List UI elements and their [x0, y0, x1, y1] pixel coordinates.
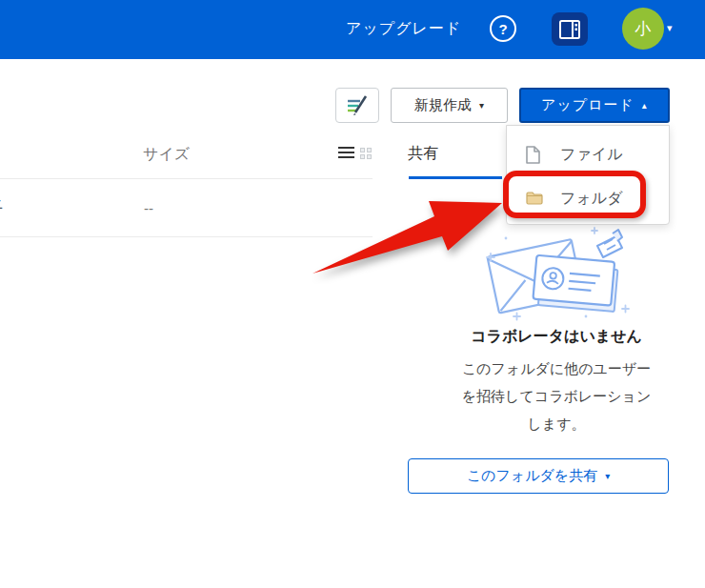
apps-panel-icon[interactable] — [552, 12, 588, 46]
file-icon — [526, 146, 545, 164]
collaborators-empty-text: このフォルダに他のユーザー を招待してコラボレーション します。 — [404, 355, 705, 437]
file-row-name-fragment: ニ — [0, 195, 6, 218]
avatar[interactable]: 小 — [622, 8, 664, 50]
list-view-icon[interactable] — [338, 147, 354, 160]
file-row-divider — [0, 236, 373, 237]
list-header-divider — [0, 178, 373, 179]
panel-glyph-icon — [558, 19, 581, 40]
annotation-highlight-box — [503, 171, 646, 218]
active-tab-underline — [409, 176, 502, 179]
menu-item-file[interactable]: ファイル — [507, 133, 669, 175]
account-caret-down-icon[interactable]: ▾ — [667, 22, 673, 34]
sign-button[interactable] — [335, 88, 379, 123]
share-folder-label: このフォルダを共有 — [467, 467, 597, 485]
caret-down-icon: ▾ — [605, 471, 610, 481]
caret-up-icon: ▴ — [642, 100, 648, 111]
share-folder-button[interactable]: このフォルダを共有 ▾ — [408, 458, 669, 494]
caret-down-icon: ▾ — [479, 100, 484, 111]
sign-icon — [345, 94, 370, 117]
file-row-size: -- — [144, 200, 153, 216]
grid-view-icon[interactable] — [360, 148, 373, 160]
tab-share[interactable]: 共有 — [408, 144, 438, 164]
size-column-header: サイズ — [143, 145, 190, 165]
help-icon[interactable]: ? — [490, 15, 516, 42]
new-create-label: 新規作成 — [414, 96, 472, 114]
page: アップグレード ? 小 ▾ 新規作成 ▾ アップロード ▴ サイズ — [0, 0, 705, 588]
collaborators-empty-illustration — [479, 225, 632, 324]
upload-label: アップロード — [541, 96, 634, 114]
upgrade-link[interactable]: アップグレード — [346, 19, 461, 39]
new-create-button[interactable]: 新規作成 ▾ — [391, 88, 508, 123]
upload-button[interactable]: アップロード ▴ — [519, 88, 670, 123]
collaborators-empty-title: コラボレータはいません — [413, 327, 699, 347]
app-header: アップグレード ? 小 ▾ — [0, 0, 705, 59]
menu-item-file-label: ファイル — [560, 145, 623, 165]
